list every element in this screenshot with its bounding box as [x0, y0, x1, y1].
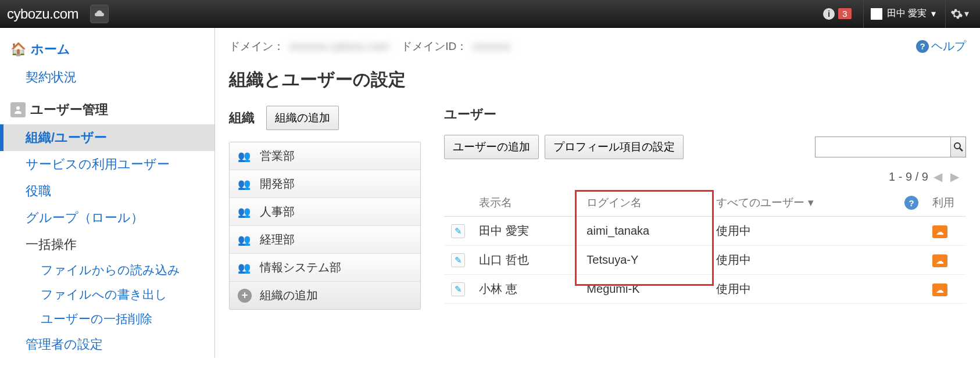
org-item[interactable]: 👥 営業部 [230, 142, 420, 170]
sidebar-bulk-delete[interactable]: ユーザーの一括削除 [0, 307, 214, 331]
cell-status: 使用中 [709, 275, 897, 304]
chevron-down-icon: ▾ [931, 8, 936, 19]
table-row: ✎ 山口 哲也 Tetsuya-Y 使用中 ☁ [444, 246, 966, 275]
group-icon: 👥 [238, 150, 252, 163]
cell-display[interactable]: 田中 愛実 [472, 217, 580, 246]
cell-login: Megumi-K [580, 275, 709, 304]
sidebar-contract[interactable]: 契約状況 [0, 64, 214, 91]
sidebar-org-users[interactable]: 組織/ユーザー [0, 124, 214, 151]
pager-text: 1 - 9 / 9 [889, 170, 928, 183]
svg-point-3 [954, 143, 960, 149]
plus-icon: + [238, 289, 252, 303]
gear-icon[interactable]: ▾ [945, 0, 973, 28]
search-input[interactable] [816, 137, 950, 157]
sidebar-home[interactable]: 🏠 ホーム [0, 35, 214, 64]
cell-status: 使用中 [709, 217, 897, 246]
th-all-users[interactable]: すべてのユーザー ▾ [709, 189, 897, 217]
domain-value: xxxxxxx.cybozu.com [289, 40, 389, 53]
sidebar-roles[interactable]: 役職 [0, 178, 214, 204]
sidebar: 🏠 ホーム 契約状況 ユーザー管理 組織/ユーザー サービスの利用ユーザー 役職… [0, 28, 215, 358]
org-heading: 組織 [229, 109, 255, 127]
org-list: 👥 営業部 👥 開発部 👥 人事部 👥 経理部 [229, 142, 421, 310]
cloud-icon[interactable]: ☁ [932, 254, 947, 267]
chevron-down-icon: ▾ [964, 8, 969, 19]
svg-point-2 [16, 106, 20, 110]
org-item[interactable]: 👥 人事部 [230, 198, 420, 226]
help-link[interactable]: ? ヘルプ [916, 38, 966, 54]
sidebar-user-mgmt-label: ユーザー管理 [30, 101, 108, 119]
sidebar-import[interactable]: ファイルからの読み込み [0, 258, 214, 282]
org-item-label: 人事部 [260, 204, 295, 220]
main: ドメイン： xxxxxxx.cybozu.com ドメインID： xxxxxxx… [215, 28, 980, 358]
info-icon[interactable]: i [820, 5, 838, 23]
help-label: ヘルプ [931, 38, 966, 54]
group-icon: 👥 [238, 206, 252, 218]
org-item-label: 経理部 [260, 232, 295, 247]
domain-bar: ドメイン： xxxxxxx.cybozu.com ドメインID： xxxxxxx… [215, 28, 980, 59]
search-button[interactable] [950, 137, 965, 157]
domain-id-label: ドメインID： [401, 39, 467, 54]
home-icon: 🏠 [10, 42, 26, 57]
topbar-right: i 3 田中 愛実 ▾ ▾ [820, 0, 973, 28]
group-icon: 👥 [238, 234, 252, 246]
edit-icon[interactable]: ✎ [451, 253, 465, 267]
cell-login: aimi_tanaka [580, 217, 709, 246]
domain-id-value: xxxxxxx [472, 40, 511, 53]
cell-status: 使用中 [709, 246, 897, 275]
logo: cybozu.com [7, 6, 78, 22]
group-icon: 👥 [238, 261, 252, 274]
th-use: 利用 [925, 189, 966, 217]
svg-line-4 [960, 148, 963, 151]
pager-next-icon[interactable]: ▶ [950, 170, 959, 183]
edit-icon[interactable]: ✎ [451, 224, 465, 238]
org-item-label: 営業部 [260, 148, 295, 164]
cell-display[interactable]: 小林 恵 [472, 275, 580, 304]
profile-settings-button[interactable]: プロフィール項目の設定 [545, 135, 684, 159]
th-help: ? [897, 189, 925, 217]
org-item-label: 情報システム部 [260, 260, 341, 275]
table-row: ✎ 小林 恵 Megumi-K 使用中 ☁ [444, 275, 966, 304]
app-icon[interactable] [90, 5, 109, 23]
avatar [871, 8, 882, 20]
search-box [815, 137, 966, 157]
sidebar-user-mgmt: ユーザー管理 [0, 95, 214, 124]
org-item[interactable]: 👥 経理部 [230, 226, 420, 254]
user-menu[interactable]: 田中 愛実 ▾ [863, 0, 943, 28]
help-icon[interactable]: ? [904, 196, 918, 210]
cell-login: Tetsuya-Y [580, 246, 709, 275]
cloud-icon[interactable]: ☁ [932, 225, 947, 238]
domain-label: ドメイン： [229, 39, 284, 54]
edit-icon[interactable]: ✎ [451, 282, 465, 296]
pager: 1 - 9 / 9 ◀ ▶ [444, 167, 966, 189]
org-column: 組織 組織の追加 👥 営業部 👥 開発部 👥 人事部 [229, 106, 421, 310]
help-icon: ? [916, 40, 929, 53]
th-login[interactable]: ログイン名 [580, 189, 709, 217]
sidebar-service-users[interactable]: サービスの利用ユーザー [0, 151, 214, 178]
org-add-label: 組織の追加 [260, 288, 318, 303]
add-org-button[interactable]: 組織の追加 [266, 106, 339, 130]
sidebar-admin-settings[interactable]: 管理者の設定 [0, 331, 214, 358]
sidebar-home-label: ホーム [31, 41, 70, 58]
notification-badge[interactable]: 3 [838, 8, 851, 19]
page-title: 組織とユーザーの設定 [215, 59, 980, 106]
th-edit [444, 189, 472, 217]
cell-display[interactable]: 山口 哲也 [472, 246, 580, 275]
svg-text:i: i [828, 9, 830, 19]
org-add-row[interactable]: + 組織の追加 [230, 282, 420, 309]
sidebar-groups[interactable]: グループ（ロール） [0, 204, 214, 231]
group-icon: 👥 [238, 178, 252, 191]
topbar: cybozu.com i 3 田中 愛実 ▾ ▾ [0, 0, 980, 28]
user-column: ユーザー ユーザーの追加 プロフィール項目の設定 1 - 9 / 9 ◀ ▶ [444, 106, 966, 310]
org-item-label: 開発部 [260, 176, 295, 192]
th-display[interactable]: 表示名 [472, 189, 580, 217]
user-icon [10, 102, 26, 117]
table-row: ✎ 田中 愛実 aimi_tanaka 使用中 ☁ [444, 217, 966, 246]
sidebar-bulk: 一括操作 [0, 231, 214, 258]
cloud-icon[interactable]: ☁ [932, 283, 947, 296]
chevron-down-icon: ▾ [808, 196, 814, 209]
org-item[interactable]: 👥 開発部 [230, 170, 420, 198]
add-user-button[interactable]: ユーザーの追加 [444, 135, 539, 159]
pager-prev-icon[interactable]: ◀ [933, 170, 942, 183]
sidebar-export[interactable]: ファイルへの書き出し [0, 282, 214, 307]
org-item[interactable]: 👥 情報システム部 [230, 254, 420, 282]
